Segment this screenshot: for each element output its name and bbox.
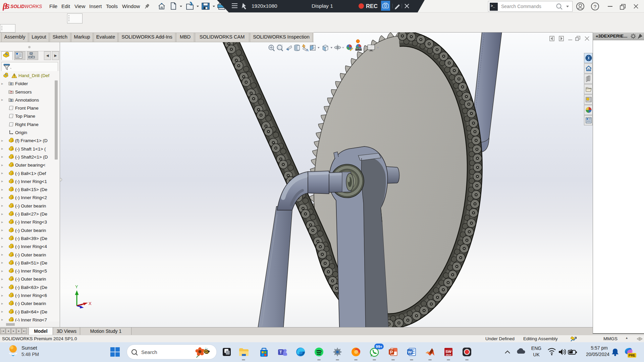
svg-text:99+: 99+ [376, 345, 382, 349]
svg-text:A: A [10, 99, 12, 102]
svg-text:X: X [89, 301, 92, 306]
svg-text:5:57 pm: 5:57 pm [591, 345, 608, 351]
svg-text:2024: 2024 [446, 353, 452, 356]
svg-text:ENG: ENG [531, 346, 541, 351]
svg-text:UK: UK [533, 352, 540, 357]
svg-text:T: T [279, 350, 282, 355]
svg-text:644x362: 644x362 [252, 3, 277, 9]
svg-text:REC: REC [366, 3, 378, 9]
svg-text:?: ? [594, 4, 596, 9]
svg-text:A: A [306, 48, 309, 52]
svg-text:Display 1: Display 1 [312, 3, 333, 9]
svg-text:!: ! [14, 74, 15, 78]
svg-text:P: P [390, 350, 393, 355]
svg-text:SOLIDWORKS: SOLIDWORKS [10, 4, 42, 9]
svg-text:Y: Y [75, 284, 78, 289]
svg-text:S: S [5, 3, 10, 10]
svg-text:PRE: PRE [629, 354, 636, 357]
svg-text:W: W [408, 350, 412, 355]
svg-text:20/05/2024: 20/05/2024 [586, 352, 609, 357]
